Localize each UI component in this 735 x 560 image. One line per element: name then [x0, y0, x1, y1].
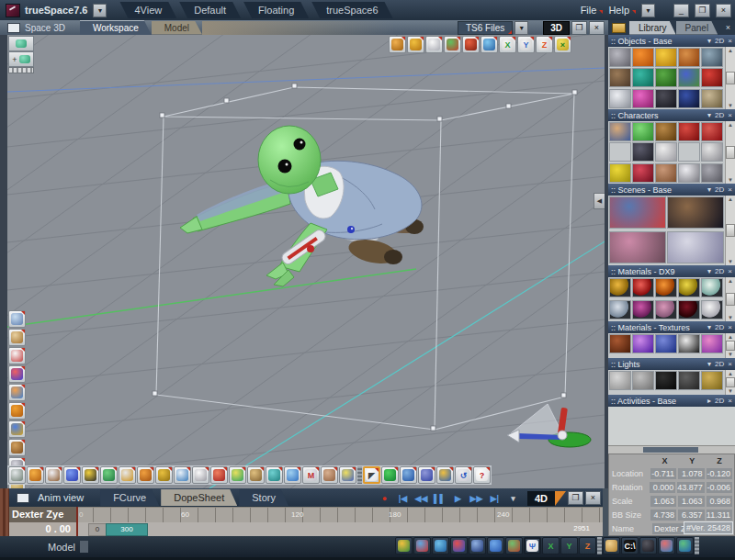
thumb-old-man-head[interactable]: [655, 163, 677, 183]
sidebar-collapse-arrow[interactable]: ◀: [594, 193, 605, 209]
section-close-icon[interactable]: ×: [728, 37, 732, 45]
z-axis-button[interactable]: Z: [536, 36, 553, 53]
cylinder-tool[interactable]: [82, 466, 99, 484]
section-close-icon[interactable]: ×: [728, 111, 732, 119]
undo-tool[interactable]: ↺: [455, 466, 472, 484]
paint-picture-tool[interactable]: [8, 310, 26, 328]
section-header[interactable]: :: Materials - Textures ▾ 2D ×: [608, 321, 735, 333]
toy-objects-button[interactable]: [658, 537, 675, 554]
go-start-button[interactable]: |◀: [394, 489, 412, 507]
vr-tool[interactable]: [450, 537, 468, 554]
delete-trash-tool[interactable]: [8, 466, 26, 484]
clip-start-marker[interactable]: 0: [88, 523, 107, 536]
checker-tool[interactable]: [266, 466, 283, 484]
close-x-button[interactable]: ×: [554, 36, 571, 53]
open-box-tool[interactable]: [8, 402, 26, 420]
z-align-button[interactable]: Z: [579, 537, 596, 554]
wire-sphere-tool[interactable]: [284, 466, 301, 484]
thumb-blue-car[interactable]: [678, 89, 700, 108]
tab-panel[interactable]: Panel: [676, 21, 718, 35]
thumb-knight-armor[interactable]: [701, 89, 723, 108]
thumb-pink-car[interactable]: [632, 89, 654, 108]
sweep-tool[interactable]: [436, 466, 454, 484]
curve-loop-tool[interactable]: [192, 466, 209, 484]
thumb-marble-balls-scene[interactable]: [609, 196, 666, 229]
layout-tab-4view[interactable]: 4View: [119, 2, 176, 18]
x-axis-button[interactable]: X: [499, 36, 516, 53]
thumb-red-woman-2[interactable]: [701, 122, 723, 141]
section-close-icon[interactable]: ×: [728, 267, 732, 275]
thumb-cloaked-figure[interactable]: [632, 142, 654, 162]
thumb-grey-head[interactable]: [701, 163, 723, 183]
layout-tab-floating[interactable]: Floating: [243, 2, 309, 18]
metaball-tool[interactable]: [100, 466, 118, 484]
thumb-teapot[interactable]: [632, 68, 654, 87]
tab-fcurve[interactable]: FCurve: [100, 489, 159, 506]
go-end-button[interactable]: ▶|: [486, 489, 503, 507]
section-header[interactable]: :: Objects - Base ▾ 2D ×: [608, 35, 735, 47]
curve-edit-tool[interactable]: [432, 537, 449, 554]
render-view-tool[interactable]: [462, 36, 480, 53]
collapse-arrow-icon[interactable]: ▾: [707, 267, 711, 275]
tab-workspace[interactable]: Workspace: [80, 20, 152, 35]
add-scene-button[interactable]: +: [8, 51, 34, 67]
material-spheres-tool[interactable]: [8, 347, 26, 364]
section-close-icon[interactable]: ×: [728, 185, 732, 194]
thumb-brick-texture[interactable]: [609, 334, 631, 353]
view-2d-button[interactable]: 2D: [715, 323, 724, 331]
grid-snap-tool[interactable]: [400, 466, 417, 484]
menu-dropdown-button[interactable]: ▾: [641, 4, 655, 17]
select-arrow-tool[interactable]: ◤: [363, 466, 380, 484]
anim-maximize-button[interactable]: ❐: [568, 491, 583, 505]
view-2d-button[interactable]: 2D: [715, 111, 724, 119]
location-z[interactable]: -0.120: [707, 468, 732, 479]
bbsize-x[interactable]: 4.738: [650, 510, 676, 521]
thumb-rhino[interactable]: [609, 68, 631, 87]
thumb-wood-mannequin[interactable]: [655, 122, 677, 141]
view-2d-button[interactable]: 2D: [715, 37, 724, 45]
rotation-z[interactable]: -0.006: [707, 482, 732, 493]
thumb-horse[interactable]: [678, 142, 700, 162]
thumb-net-texture[interactable]: [678, 334, 700, 353]
thumb-girl-red-dress[interactable]: [632, 163, 654, 183]
thumb-white-figure[interactable]: [655, 142, 677, 162]
thumb-einstein-scene[interactable]: [667, 231, 724, 263]
view-2d-button[interactable]: 2D: [715, 397, 724, 405]
thumb-blue-flower[interactable]: [678, 68, 700, 87]
thumb-tree[interactable]: [655, 68, 677, 87]
collapse-arrow-icon[interactable]: ▾: [707, 360, 711, 368]
browse-folder-button[interactable]: [603, 537, 620, 554]
view-2d-button[interactable]: 2D: [715, 267, 724, 275]
thumb-hex-light[interactable]: [632, 371, 654, 390]
thumb-glass-material[interactable]: [609, 300, 631, 319]
section-scrollbar[interactable]: ▲▼: [725, 277, 735, 321]
thumb-spot-light[interactable]: [701, 371, 723, 390]
y-axis-button[interactable]: Y: [517, 36, 535, 53]
thumb-orange-material[interactable]: [655, 278, 677, 297]
boolean-tool[interactable]: [119, 466, 136, 484]
uv-map-tool[interactable]: [339, 466, 356, 484]
color-wheel-tool[interactable]: [229, 466, 246, 484]
tab-story[interactable]: Story: [239, 489, 288, 506]
thumb-brick-lattice[interactable]: [609, 48, 631, 67]
crate-tool[interactable]: [8, 439, 26, 456]
perspective-box-tool[interactable]: [469, 537, 486, 554]
track-name[interactable]: Dexter Zye: [9, 507, 76, 522]
bbsize-z[interactable]: 11.311: [707, 510, 732, 521]
section-header[interactable]: :: Characters ▾ 2D ×: [608, 109, 735, 121]
animation-clip[interactable]: 300: [106, 523, 148, 536]
playhead-cursor[interactable]: [76, 507, 78, 536]
pen-tool[interactable]: [45, 466, 62, 484]
section-scrollbar[interactable]: ▲▼: [725, 196, 735, 265]
thumb-golden-egg[interactable]: [655, 48, 677, 67]
paint-brush-tool[interactable]: [247, 466, 265, 484]
thumb-pale-cyan-material[interactable]: [701, 278, 723, 297]
thumb-yellow-material[interactable]: [678, 278, 700, 297]
thumb-white-creature[interactable]: [701, 142, 723, 162]
tree-tool[interactable]: [155, 466, 173, 484]
thumb-round-light[interactable]: [609, 371, 631, 390]
view-2d-button[interactable]: 2D: [715, 185, 724, 194]
thumb-stormtrooper[interactable]: [678, 163, 700, 183]
transport-menu-button[interactable]: ▾: [504, 489, 522, 507]
section-scrollbar[interactable]: ▲▼: [725, 121, 735, 184]
